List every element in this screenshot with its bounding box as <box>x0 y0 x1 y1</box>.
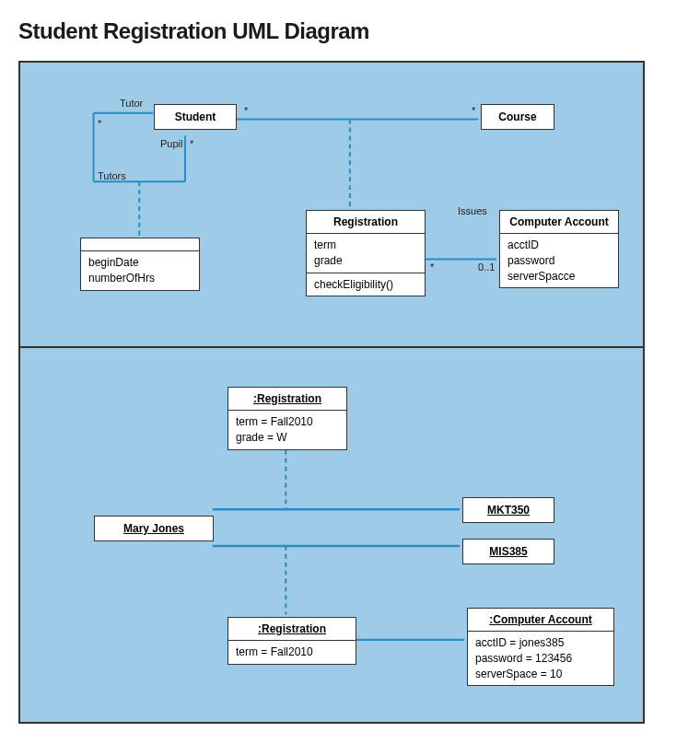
object-registration-top: :Registration term = Fall2010 grade = W <box>228 387 347 450</box>
class-name: Course <box>498 110 536 123</box>
class-name-empty <box>81 238 199 251</box>
object-diagram-panel: Mary Jones :Registration term = Fall2010… <box>20 350 643 722</box>
object-name: MIS385 <box>489 545 527 558</box>
class-attributes: acctID password serverSpacce <box>500 234 618 287</box>
multiplicity-star: * <box>472 105 475 116</box>
multiplicity-star: * <box>430 261 434 273</box>
object-mkt350: MKT350 <box>462 497 554 523</box>
object-name: :Registration <box>228 388 346 411</box>
object-attributes: acctID = jones385 password = 123456 serv… <box>468 632 613 685</box>
multiplicity-star: * <box>190 138 193 149</box>
multiplicity-star: * <box>98 118 101 129</box>
multiplicity-star: * <box>244 105 248 116</box>
object-attributes: term = Fall2010 <box>228 641 356 664</box>
role-label-tutors: Tutors <box>98 170 126 181</box>
uml-diagram: Student Course Registration term grade c… <box>18 61 645 724</box>
class-course: Course <box>481 104 554 130</box>
association-class: beginDate numberOfHrs <box>80 238 200 291</box>
multiplicity-zero-one: 0..1 <box>478 261 495 273</box>
class-name: Computer Account <box>500 211 618 234</box>
object-computer-account: :Computer Account acctID = jones385 pass… <box>467 608 614 686</box>
class-name: Student <box>175 110 216 123</box>
object-name: Mary Jones <box>123 522 184 535</box>
class-computer-account: Computer Account acctID password serverS… <box>499 210 619 288</box>
object-name: MKT350 <box>487 504 530 517</box>
class-registration: Registration term grade checkEligibility… <box>306 210 426 296</box>
object-mary-jones: Mary Jones <box>94 516 214 541</box>
role-label-pupil: Pupil <box>160 138 182 149</box>
object-mis385: MIS385 <box>462 539 554 564</box>
object-name: :Registration <box>228 618 356 641</box>
object-attributes: term = Fall2010 grade = W <box>228 411 346 449</box>
object-name: :Computer Account <box>468 609 613 632</box>
class-student: Student <box>154 104 237 130</box>
assoc-label-issues: Issues <box>458 205 487 216</box>
role-label-tutor: Tutor <box>120 98 143 109</box>
class-diagram-panel: Student Course Registration term grade c… <box>20 63 643 348</box>
class-operations: checkEligibility() <box>307 273 425 296</box>
class-name: Registration <box>307 211 425 234</box>
class-attributes: beginDate numberOfHrs <box>81 251 199 290</box>
class-attributes: term grade <box>307 234 425 273</box>
page-title: Student Registration UML Diagram <box>18 18 682 44</box>
object-registration-bottom: :Registration term = Fall2010 <box>228 617 356 665</box>
